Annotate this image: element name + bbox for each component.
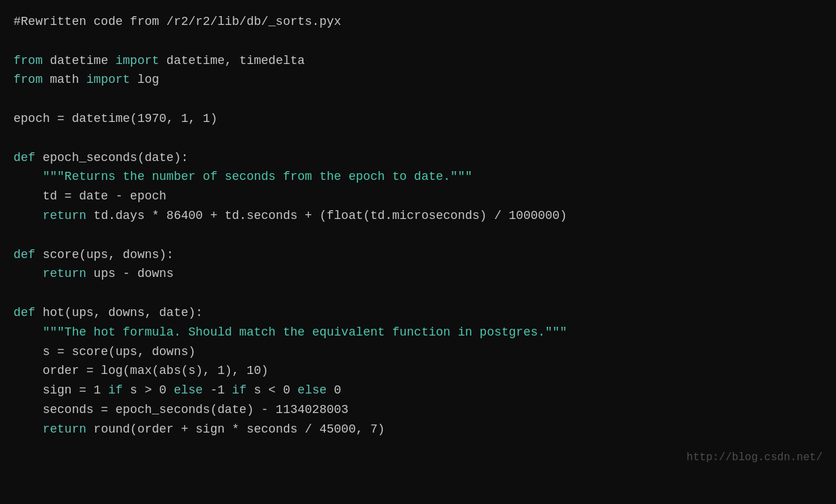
- empty-line-5: [13, 284, 823, 303]
- code-indent: [13, 267, 42, 280]
- code-text: datetime, timedelta: [159, 54, 305, 67]
- keyword-if: if: [108, 383, 123, 397]
- keyword-def3: def: [13, 306, 35, 319]
- empty-line-3: [13, 129, 823, 148]
- code-line-3: epoch = datetime(1970, 1, 1): [13, 109, 823, 129]
- code-line-11: """The hot formula. Should match the equ…: [13, 323, 823, 342]
- empty-line-2: [13, 90, 823, 109]
- code-line-13: order = log(max(abs(s), 1), 10): [13, 361, 823, 381]
- code-indent: [13, 209, 42, 222]
- code-text: epoch = datetime(1970, 1, 1): [13, 112, 217, 125]
- code-text: epoch_seconds(date):: [35, 151, 188, 164]
- code-line-4: def epoch_seconds(date):: [13, 148, 823, 168]
- comment-text: #Rewritten code from /r2/r2/lib/db/_sort…: [13, 15, 341, 28]
- docstring-2: """The hot formula. Should match the equ…: [42, 325, 567, 339]
- comment-line: #Rewritten code from /r2/r2/lib/db/_sort…: [13, 12, 823, 32]
- code-indent: [13, 422, 42, 436]
- code-text: -1: [203, 383, 232, 397]
- code-line-1: from datetime import datetime, timedelta: [13, 51, 823, 71]
- code-block: #Rewritten code from /r2/r2/lib/db/_sort…: [0, 0, 836, 504]
- code-text: s > 0: [123, 383, 174, 397]
- code-text: seconds = epoch_seconds(date) - 11340280…: [13, 403, 349, 416]
- keyword-def: def: [13, 151, 35, 164]
- code-text: score(ups, downs):: [35, 248, 173, 261]
- keyword-from: from: [13, 54, 42, 67]
- keyword-return2: return: [42, 267, 86, 280]
- keyword-return: return: [42, 209, 86, 222]
- keyword-import2: import: [86, 73, 130, 86]
- code-line-5: """Returns the number of seconds from th…: [13, 167, 823, 187]
- code-text: s = score(ups, downs): [13, 345, 196, 358]
- code-text: 0: [327, 383, 342, 397]
- code-line-15: seconds = epoch_seconds(date) - 11340280…: [13, 400, 823, 420]
- code-text: log: [130, 73, 159, 86]
- code-text: order = log(max(abs(s), 1), 10): [13, 364, 268, 377]
- keyword-else: else: [174, 383, 203, 397]
- code-text: td.days * 86400 + td.seconds + (float(td…: [86, 209, 567, 222]
- code-text: hot(ups, downs, date):: [35, 306, 202, 319]
- docstring-1: """Returns the number of seconds from th…: [42, 170, 472, 183]
- code-text: math: [42, 73, 86, 86]
- code-text: ups - downs: [86, 267, 174, 280]
- keyword-return3: return: [42, 422, 86, 436]
- code-line-6: td = date - epoch: [13, 187, 823, 206]
- code-line-14: sign = 1 if s > 0 else -1 if s < 0 else …: [13, 381, 823, 400]
- code-indent: [13, 325, 42, 339]
- keyword-if2: if: [232, 383, 247, 397]
- code-text: sign = 1: [13, 383, 108, 397]
- code-text: [13, 170, 42, 183]
- code-line-12: s = score(ups, downs): [13, 342, 823, 362]
- watermark: http://blog.csdn.net/: [686, 449, 823, 467]
- keyword-import: import: [115, 54, 159, 67]
- code-line-8: def score(ups, downs):: [13, 245, 823, 265]
- code-line-7: return td.days * 86400 + td.seconds + (f…: [13, 206, 823, 226]
- empty-line-1: [13, 32, 823, 51]
- keyword-from2: from: [13, 73, 42, 86]
- code-line-9: return ups - downs: [13, 264, 823, 284]
- keyword-else2: else: [297, 383, 326, 397]
- code-line-16: return round(order + sign * seconds / 45…: [13, 420, 823, 439]
- code-text: td = date - epoch: [13, 189, 167, 203]
- code-text: round(order + sign * seconds / 45000, 7): [86, 422, 385, 436]
- code-text: datetime: [42, 54, 115, 67]
- code-line-10: def hot(ups, downs, date):: [13, 303, 823, 323]
- empty-line-4: [13, 226, 823, 245]
- keyword-def2: def: [13, 248, 35, 261]
- code-text: s < 0: [247, 383, 298, 397]
- code-line-2: from math import log: [13, 70, 823, 90]
